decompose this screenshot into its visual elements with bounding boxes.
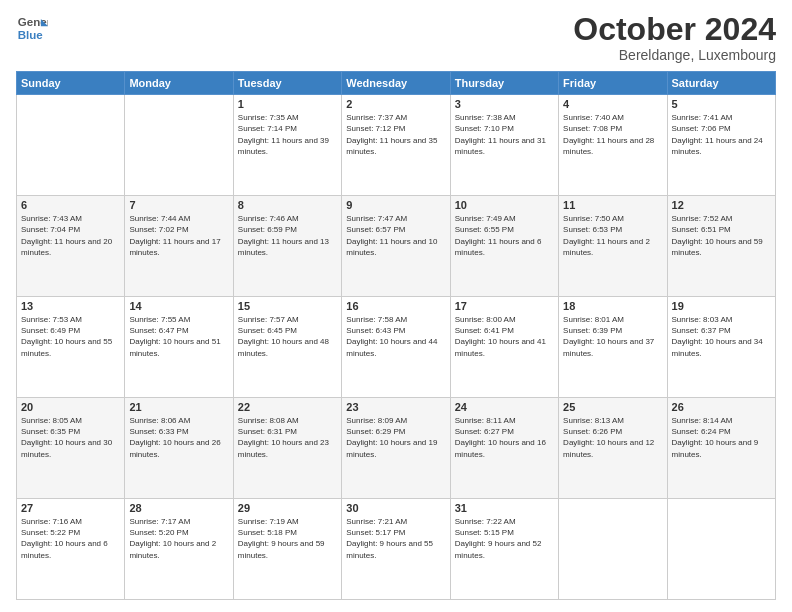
calendar-cell: 17Sunrise: 8:00 AMSunset: 6:41 PMDayligh…	[450, 297, 558, 398]
day-info: Sunrise: 7:17 AMSunset: 5:20 PMDaylight:…	[129, 516, 228, 561]
day-info: Sunrise: 8:01 AMSunset: 6:39 PMDaylight:…	[563, 314, 662, 359]
day-number: 24	[455, 401, 554, 413]
day-number: 25	[563, 401, 662, 413]
weekday-header-row: SundayMondayTuesdayWednesdayThursdayFrid…	[17, 72, 776, 95]
day-info: Sunrise: 8:08 AMSunset: 6:31 PMDaylight:…	[238, 415, 337, 460]
day-number: 26	[672, 401, 771, 413]
calendar-cell: 27Sunrise: 7:16 AMSunset: 5:22 PMDayligh…	[17, 499, 125, 600]
day-info: Sunrise: 7:37 AMSunset: 7:12 PMDaylight:…	[346, 112, 445, 157]
weekday-header-thursday: Thursday	[450, 72, 558, 95]
svg-text:Blue: Blue	[18, 29, 44, 41]
day-number: 13	[21, 300, 120, 312]
calendar-cell: 9Sunrise: 7:47 AMSunset: 6:57 PMDaylight…	[342, 196, 450, 297]
calendar-cell: 31Sunrise: 7:22 AMSunset: 5:15 PMDayligh…	[450, 499, 558, 600]
calendar-cell: 18Sunrise: 8:01 AMSunset: 6:39 PMDayligh…	[559, 297, 667, 398]
day-number: 20	[21, 401, 120, 413]
calendar-cell: 30Sunrise: 7:21 AMSunset: 5:17 PMDayligh…	[342, 499, 450, 600]
day-number: 17	[455, 300, 554, 312]
day-number: 7	[129, 199, 228, 211]
calendar-cell: 2Sunrise: 7:37 AMSunset: 7:12 PMDaylight…	[342, 95, 450, 196]
week-row-2: 6Sunrise: 7:43 AMSunset: 7:04 PMDaylight…	[17, 196, 776, 297]
day-info: Sunrise: 8:03 AMSunset: 6:37 PMDaylight:…	[672, 314, 771, 359]
calendar-cell	[17, 95, 125, 196]
calendar-table: SundayMondayTuesdayWednesdayThursdayFrid…	[16, 71, 776, 600]
day-number: 15	[238, 300, 337, 312]
day-info: Sunrise: 7:19 AMSunset: 5:18 PMDaylight:…	[238, 516, 337, 561]
day-info: Sunrise: 7:50 AMSunset: 6:53 PMDaylight:…	[563, 213, 662, 258]
calendar-cell: 13Sunrise: 7:53 AMSunset: 6:49 PMDayligh…	[17, 297, 125, 398]
calendar-cell: 20Sunrise: 8:05 AMSunset: 6:35 PMDayligh…	[17, 398, 125, 499]
day-number: 11	[563, 199, 662, 211]
day-number: 4	[563, 98, 662, 110]
calendar-cell: 3Sunrise: 7:38 AMSunset: 7:10 PMDaylight…	[450, 95, 558, 196]
logo-icon: General Blue	[16, 12, 48, 44]
week-row-3: 13Sunrise: 7:53 AMSunset: 6:49 PMDayligh…	[17, 297, 776, 398]
calendar-cell: 29Sunrise: 7:19 AMSunset: 5:18 PMDayligh…	[233, 499, 341, 600]
calendar-cell: 7Sunrise: 7:44 AMSunset: 7:02 PMDaylight…	[125, 196, 233, 297]
calendar-cell: 12Sunrise: 7:52 AMSunset: 6:51 PMDayligh…	[667, 196, 775, 297]
title-block: October 2024 Bereldange, Luxembourg	[573, 12, 776, 63]
calendar-cell: 28Sunrise: 7:17 AMSunset: 5:20 PMDayligh…	[125, 499, 233, 600]
day-number: 23	[346, 401, 445, 413]
day-info: Sunrise: 7:22 AMSunset: 5:15 PMDaylight:…	[455, 516, 554, 561]
calendar-cell: 1Sunrise: 7:35 AMSunset: 7:14 PMDaylight…	[233, 95, 341, 196]
day-number: 12	[672, 199, 771, 211]
day-number: 31	[455, 502, 554, 514]
calendar-cell: 6Sunrise: 7:43 AMSunset: 7:04 PMDaylight…	[17, 196, 125, 297]
calendar-cell: 10Sunrise: 7:49 AMSunset: 6:55 PMDayligh…	[450, 196, 558, 297]
weekday-header-monday: Monday	[125, 72, 233, 95]
calendar-cell: 16Sunrise: 7:58 AMSunset: 6:43 PMDayligh…	[342, 297, 450, 398]
day-number: 22	[238, 401, 337, 413]
calendar-cell: 24Sunrise: 8:11 AMSunset: 6:27 PMDayligh…	[450, 398, 558, 499]
day-info: Sunrise: 8:09 AMSunset: 6:29 PMDaylight:…	[346, 415, 445, 460]
weekday-header-friday: Friday	[559, 72, 667, 95]
calendar-cell: 19Sunrise: 8:03 AMSunset: 6:37 PMDayligh…	[667, 297, 775, 398]
calendar-cell: 14Sunrise: 7:55 AMSunset: 6:47 PMDayligh…	[125, 297, 233, 398]
day-info: Sunrise: 7:52 AMSunset: 6:51 PMDaylight:…	[672, 213, 771, 258]
day-info: Sunrise: 7:57 AMSunset: 6:45 PMDaylight:…	[238, 314, 337, 359]
day-number: 30	[346, 502, 445, 514]
day-number: 19	[672, 300, 771, 312]
day-info: Sunrise: 8:13 AMSunset: 6:26 PMDaylight:…	[563, 415, 662, 460]
calendar-subtitle: Bereldange, Luxembourg	[573, 47, 776, 63]
calendar-cell: 15Sunrise: 7:57 AMSunset: 6:45 PMDayligh…	[233, 297, 341, 398]
day-info: Sunrise: 7:47 AMSunset: 6:57 PMDaylight:…	[346, 213, 445, 258]
weekday-header-tuesday: Tuesday	[233, 72, 341, 95]
calendar-cell: 8Sunrise: 7:46 AMSunset: 6:59 PMDaylight…	[233, 196, 341, 297]
calendar-cell: 25Sunrise: 8:13 AMSunset: 6:26 PMDayligh…	[559, 398, 667, 499]
calendar-cell: 11Sunrise: 7:50 AMSunset: 6:53 PMDayligh…	[559, 196, 667, 297]
day-info: Sunrise: 7:53 AMSunset: 6:49 PMDaylight:…	[21, 314, 120, 359]
calendar-cell: 4Sunrise: 7:40 AMSunset: 7:08 PMDaylight…	[559, 95, 667, 196]
day-number: 10	[455, 199, 554, 211]
day-info: Sunrise: 7:43 AMSunset: 7:04 PMDaylight:…	[21, 213, 120, 258]
day-info: Sunrise: 7:55 AMSunset: 6:47 PMDaylight:…	[129, 314, 228, 359]
day-info: Sunrise: 8:06 AMSunset: 6:33 PMDaylight:…	[129, 415, 228, 460]
day-number: 3	[455, 98, 554, 110]
page: General Blue October 2024 Bereldange, Lu…	[0, 0, 792, 612]
day-number: 8	[238, 199, 337, 211]
calendar-cell	[125, 95, 233, 196]
weekday-header-sunday: Sunday	[17, 72, 125, 95]
day-info: Sunrise: 8:00 AMSunset: 6:41 PMDaylight:…	[455, 314, 554, 359]
calendar-cell: 23Sunrise: 8:09 AMSunset: 6:29 PMDayligh…	[342, 398, 450, 499]
day-number: 2	[346, 98, 445, 110]
day-number: 9	[346, 199, 445, 211]
day-info: Sunrise: 7:58 AMSunset: 6:43 PMDaylight:…	[346, 314, 445, 359]
week-row-4: 20Sunrise: 8:05 AMSunset: 6:35 PMDayligh…	[17, 398, 776, 499]
week-row-1: 1Sunrise: 7:35 AMSunset: 7:14 PMDaylight…	[17, 95, 776, 196]
calendar-title: October 2024	[573, 12, 776, 47]
day-number: 29	[238, 502, 337, 514]
calendar-cell: 22Sunrise: 8:08 AMSunset: 6:31 PMDayligh…	[233, 398, 341, 499]
day-number: 28	[129, 502, 228, 514]
day-info: Sunrise: 7:41 AMSunset: 7:06 PMDaylight:…	[672, 112, 771, 157]
day-number: 5	[672, 98, 771, 110]
day-info: Sunrise: 8:11 AMSunset: 6:27 PMDaylight:…	[455, 415, 554, 460]
calendar-cell	[559, 499, 667, 600]
day-number: 18	[563, 300, 662, 312]
day-info: Sunrise: 7:49 AMSunset: 6:55 PMDaylight:…	[455, 213, 554, 258]
day-info: Sunrise: 7:21 AMSunset: 5:17 PMDaylight:…	[346, 516, 445, 561]
day-number: 14	[129, 300, 228, 312]
header: General Blue October 2024 Bereldange, Lu…	[16, 12, 776, 63]
calendar-cell: 21Sunrise: 8:06 AMSunset: 6:33 PMDayligh…	[125, 398, 233, 499]
day-number: 21	[129, 401, 228, 413]
